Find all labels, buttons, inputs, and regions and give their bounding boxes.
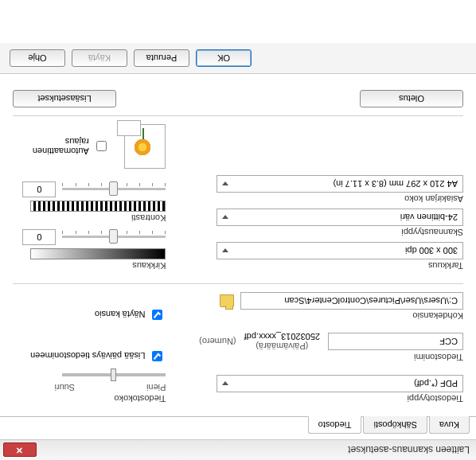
separator — [13, 115, 463, 116]
chevron-down-icon — [222, 249, 228, 253]
date-hint: (Päivämäärä) — [244, 341, 320, 351]
docsize-value: A4 210 x 297 mm (8.3 x 11.7 in) — [333, 179, 458, 189]
autocrop-label: Automaattinen rajaus — [13, 137, 89, 156]
brightness-value[interactable]: 0 — [22, 229, 56, 245]
brightness-label: Kirkkaus — [13, 261, 166, 271]
scantype-select[interactable]: 24-bittinen väri — [217, 209, 463, 226]
contrast-gradient — [30, 201, 166, 212]
default-button[interactable]: Oletus — [360, 90, 463, 107]
browse-folder-icon[interactable] — [220, 294, 234, 307]
chevron-down-icon — [222, 382, 228, 386]
filesize-large: Suuri — [54, 383, 75, 392]
number-hint: (Numero) — [199, 337, 236, 346]
scantype-value: 24-bittinen väri — [400, 212, 458, 222]
show-folder-checkbox[interactable] — [152, 310, 162, 320]
scantype-label: Skannaustyyppi — [185, 228, 463, 237]
destfolder-input[interactable] — [240, 292, 463, 310]
filename-input[interactable] — [328, 333, 463, 350]
contrast-value[interactable]: 0 — [22, 181, 56, 197]
filename-label: Tiedostonimi — [185, 353, 463, 362]
docsize-label: Asiakirjan koko — [185, 194, 463, 204]
tab-image[interactable]: Kuva — [429, 416, 470, 434]
cancel-button[interactable]: Peruuta — [134, 49, 189, 67]
titlebar: Laitteen skannaus-asetukset ✕ — [0, 439, 476, 460]
docsize-select[interactable]: A4 210 x 297 mm (8.3 x 11.7 in) — [217, 175, 463, 193]
close-button[interactable]: ✕ — [3, 443, 37, 458]
insert-date-checkbox[interactable] — [152, 351, 162, 361]
insert-date-label: Lisää päiväys tiedostonimeen — [30, 352, 145, 361]
chevron-down-icon — [222, 182, 228, 186]
destfolder-label: Kohdekansio — [185, 311, 463, 321]
tabs: Kuva Sähköposti Tiedosto — [0, 416, 476, 439]
resolution-value: 300 x 300 dpi — [405, 246, 458, 255]
autocrop-checkbox[interactable] — [96, 142, 107, 152]
dialog-buttons: OK Peruuta Käytä Ohje — [0, 43, 476, 74]
brightness-slider[interactable] — [62, 231, 166, 244]
filesize-slider[interactable] — [62, 373, 166, 376]
tab-email[interactable]: Sähköposti — [363, 416, 427, 434]
help-button[interactable]: Ohje — [10, 49, 65, 67]
filetype-value: PDF (*.pdf) — [414, 379, 458, 388]
filesize-label: Tiedostokoko — [13, 394, 166, 403]
show-folder-label: Näytä kansio — [95, 310, 146, 320]
sample-filename: 25032013_xxxx.pdf — [244, 332, 320, 341]
resolution-label: Tarkkuus — [185, 261, 463, 271]
filetype-select[interactable]: PDF (*.pdf) — [217, 375, 463, 392]
window-title: Laitteen skannaus-asetukset — [348, 445, 470, 456]
resolution-select[interactable]: 300 x 300 dpi — [217, 242, 463, 259]
separator — [13, 283, 463, 284]
filesize-small: Pieni — [146, 383, 166, 392]
brightness-gradient — [30, 248, 166, 259]
ok-button[interactable]: OK — [196, 49, 252, 67]
file-pane: Tiedostotyyppi PDF (*.pdf) Tiedostokoko … — [0, 74, 476, 416]
filetype-label: Tiedostotyyppi — [185, 394, 463, 403]
contrast-label: Kontrasti — [13, 213, 166, 223]
tab-file[interactable]: Tiedosto — [308, 416, 362, 434]
apply-button[interactable]: Käytä — [72, 49, 127, 67]
chevron-down-icon — [222, 216, 228, 220]
advanced-button[interactable]: Lisäasetukset — [13, 90, 116, 107]
preview-thumbnail — [124, 124, 166, 169]
contrast-slider[interactable] — [62, 183, 166, 196]
